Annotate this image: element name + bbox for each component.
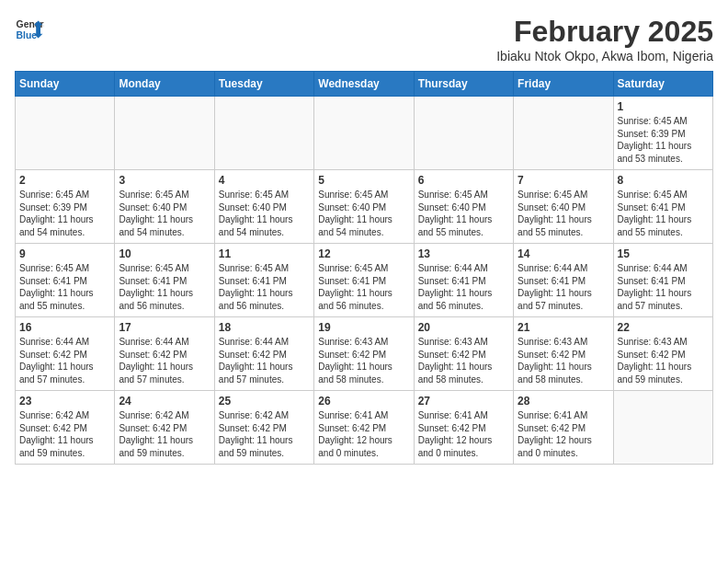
calendar-cell: 26Sunrise: 6:41 AM Sunset: 6:42 PM Dayli… [314, 391, 414, 465]
cell-info: Sunrise: 6:44 AM Sunset: 6:42 PM Dayligh… [19, 336, 110, 385]
calendar-cell: 20Sunrise: 6:43 AM Sunset: 6:42 PM Dayli… [414, 317, 513, 391]
calendar-cell: 8Sunrise: 6:45 AM Sunset: 6:41 PM Daylig… [613, 170, 712, 244]
svg-text:Blue: Blue [17, 30, 38, 40]
day-number: 14 [518, 247, 609, 260]
cell-info: Sunrise: 6:45 AM Sunset: 6:41 PM Dayligh… [219, 262, 310, 312]
calendar-row: 1Sunrise: 6:45 AM Sunset: 6:39 PM Daylig… [16, 97, 713, 170]
logo: General Blue [15, 15, 48, 44]
cell-info: Sunrise: 6:44 AM Sunset: 6:41 PM Dayligh… [618, 262, 709, 312]
calendar-cell [16, 97, 115, 170]
day-number: 16 [19, 321, 110, 334]
cell-info: Sunrise: 6:45 AM Sunset: 6:40 PM Dayligh… [418, 189, 509, 238]
weekday-header: Saturday [613, 72, 712, 97]
calendar-cell: 10Sunrise: 6:45 AM Sunset: 6:41 PM Dayli… [115, 244, 214, 317]
day-number: 6 [418, 174, 509, 187]
calendar-cell: 13Sunrise: 6:44 AM Sunset: 6:41 PM Dayli… [414, 244, 513, 317]
calendar-cell: 21Sunrise: 6:43 AM Sunset: 6:42 PM Dayli… [514, 317, 613, 391]
day-number: 26 [318, 395, 409, 408]
month-title: February 2025 [496, 15, 713, 49]
day-number: 12 [318, 247, 409, 260]
calendar-cell [115, 97, 214, 170]
calendar-cell [214, 97, 313, 170]
cell-info: Sunrise: 6:44 AM Sunset: 6:42 PM Dayligh… [119, 336, 210, 385]
day-number: 24 [119, 395, 210, 408]
cell-info: Sunrise: 6:44 AM Sunset: 6:42 PM Dayligh… [219, 336, 310, 385]
day-number: 15 [618, 247, 709, 260]
cell-info: Sunrise: 6:43 AM Sunset: 6:42 PM Dayligh… [618, 336, 709, 385]
day-number: 10 [119, 247, 210, 260]
calendar-cell: 9Sunrise: 6:45 AM Sunset: 6:41 PM Daylig… [16, 244, 115, 317]
calendar-cell: 14Sunrise: 6:44 AM Sunset: 6:41 PM Dayli… [514, 244, 613, 317]
calendar-row: 23Sunrise: 6:42 AM Sunset: 6:42 PM Dayli… [16, 391, 713, 465]
day-number: 22 [618, 321, 709, 334]
day-number: 7 [518, 174, 609, 187]
calendar-cell [414, 97, 513, 170]
calendar-cell: 12Sunrise: 6:45 AM Sunset: 6:41 PM Dayli… [314, 244, 414, 317]
calendar-cell: 18Sunrise: 6:44 AM Sunset: 6:42 PM Dayli… [214, 317, 313, 391]
calendar-row: 16Sunrise: 6:44 AM Sunset: 6:42 PM Dayli… [16, 317, 713, 391]
cell-info: Sunrise: 6:45 AM Sunset: 6:40 PM Dayligh… [219, 189, 310, 238]
calendar-cell: 3Sunrise: 6:45 AM Sunset: 6:40 PM Daylig… [115, 170, 214, 244]
calendar-cell: 17Sunrise: 6:44 AM Sunset: 6:42 PM Dayli… [115, 317, 214, 391]
calendar-cell: 6Sunrise: 6:45 AM Sunset: 6:40 PM Daylig… [414, 170, 513, 244]
day-number: 4 [219, 174, 310, 187]
location: Ibiaku Ntok Okpo, Akwa Ibom, Nigeria [496, 49, 713, 63]
calendar-cell: 25Sunrise: 6:42 AM Sunset: 6:42 PM Dayli… [214, 391, 313, 465]
cell-info: Sunrise: 6:42 AM Sunset: 6:42 PM Dayligh… [19, 409, 110, 459]
cell-info: Sunrise: 6:45 AM Sunset: 6:40 PM Dayligh… [518, 189, 609, 238]
cell-info: Sunrise: 6:43 AM Sunset: 6:42 PM Dayligh… [318, 336, 409, 385]
page-header: General Blue February 2025 Ibiaku Ntok O… [15, 15, 713, 63]
cell-info: Sunrise: 6:45 AM Sunset: 6:41 PM Dayligh… [318, 262, 409, 312]
weekday-header: Monday [115, 72, 214, 97]
calendar-cell: 23Sunrise: 6:42 AM Sunset: 6:42 PM Dayli… [16, 391, 115, 465]
calendar-cell: 15Sunrise: 6:44 AM Sunset: 6:41 PM Dayli… [613, 244, 712, 317]
calendar-cell: 16Sunrise: 6:44 AM Sunset: 6:42 PM Dayli… [16, 317, 115, 391]
weekday-header: Sunday [16, 72, 115, 97]
cell-info: Sunrise: 6:45 AM Sunset: 6:41 PM Dayligh… [19, 262, 110, 312]
day-number: 5 [318, 174, 409, 187]
weekday-header: Friday [514, 72, 613, 97]
day-number: 8 [618, 174, 709, 187]
calendar-cell: 5Sunrise: 6:45 AM Sunset: 6:40 PM Daylig… [314, 170, 414, 244]
cell-info: Sunrise: 6:45 AM Sunset: 6:39 PM Dayligh… [19, 189, 110, 238]
calendar-cell: 1Sunrise: 6:45 AM Sunset: 6:39 PM Daylig… [613, 97, 712, 170]
calendar-cell: 27Sunrise: 6:41 AM Sunset: 6:42 PM Dayli… [414, 391, 513, 465]
calendar-table: SundayMondayTuesdayWednesdayThursdayFrid… [15, 71, 713, 465]
calendar-header: SundayMondayTuesdayWednesdayThursdayFrid… [16, 72, 713, 97]
calendar-cell [314, 97, 414, 170]
logo-icon: General Blue [15, 15, 44, 44]
cell-info: Sunrise: 6:45 AM Sunset: 6:40 PM Dayligh… [119, 189, 210, 238]
cell-info: Sunrise: 6:45 AM Sunset: 6:39 PM Dayligh… [618, 115, 709, 165]
calendar-cell: 19Sunrise: 6:43 AM Sunset: 6:42 PM Dayli… [314, 317, 414, 391]
cell-info: Sunrise: 6:42 AM Sunset: 6:42 PM Dayligh… [119, 409, 210, 459]
weekday-header: Thursday [414, 72, 513, 97]
weekday-header: Wednesday [314, 72, 414, 97]
calendar-cell: 4Sunrise: 6:45 AM Sunset: 6:40 PM Daylig… [214, 170, 313, 244]
day-number: 25 [219, 395, 310, 408]
day-number: 1 [618, 100, 709, 113]
calendar-cell: 22Sunrise: 6:43 AM Sunset: 6:42 PM Dayli… [613, 317, 712, 391]
day-number: 13 [418, 247, 509, 260]
day-number: 2 [19, 174, 110, 187]
cell-info: Sunrise: 6:41 AM Sunset: 6:42 PM Dayligh… [518, 409, 609, 459]
weekday-header: Tuesday [214, 72, 313, 97]
calendar-cell: 11Sunrise: 6:45 AM Sunset: 6:41 PM Dayli… [214, 244, 313, 317]
day-number: 18 [219, 321, 310, 334]
cell-info: Sunrise: 6:43 AM Sunset: 6:42 PM Dayligh… [418, 336, 509, 385]
day-number: 23 [19, 395, 110, 408]
calendar-cell: 24Sunrise: 6:42 AM Sunset: 6:42 PM Dayli… [115, 391, 214, 465]
calendar-cell: 2Sunrise: 6:45 AM Sunset: 6:39 PM Daylig… [16, 170, 115, 244]
cell-info: Sunrise: 6:41 AM Sunset: 6:42 PM Dayligh… [418, 409, 509, 459]
day-number: 19 [318, 321, 409, 334]
day-number: 17 [119, 321, 210, 334]
calendar-row: 9Sunrise: 6:45 AM Sunset: 6:41 PM Daylig… [16, 244, 713, 317]
day-number: 11 [219, 247, 310, 260]
cell-info: Sunrise: 6:41 AM Sunset: 6:42 PM Dayligh… [318, 409, 409, 459]
calendar-cell [613, 391, 712, 465]
title-block: February 2025 Ibiaku Ntok Okpo, Akwa Ibo… [496, 15, 713, 63]
cell-info: Sunrise: 6:45 AM Sunset: 6:41 PM Dayligh… [119, 262, 210, 312]
cell-info: Sunrise: 6:43 AM Sunset: 6:42 PM Dayligh… [518, 336, 609, 385]
cell-info: Sunrise: 6:45 AM Sunset: 6:40 PM Dayligh… [318, 189, 409, 238]
calendar-row: 2Sunrise: 6:45 AM Sunset: 6:39 PM Daylig… [16, 170, 713, 244]
cell-info: Sunrise: 6:45 AM Sunset: 6:41 PM Dayligh… [618, 189, 709, 238]
